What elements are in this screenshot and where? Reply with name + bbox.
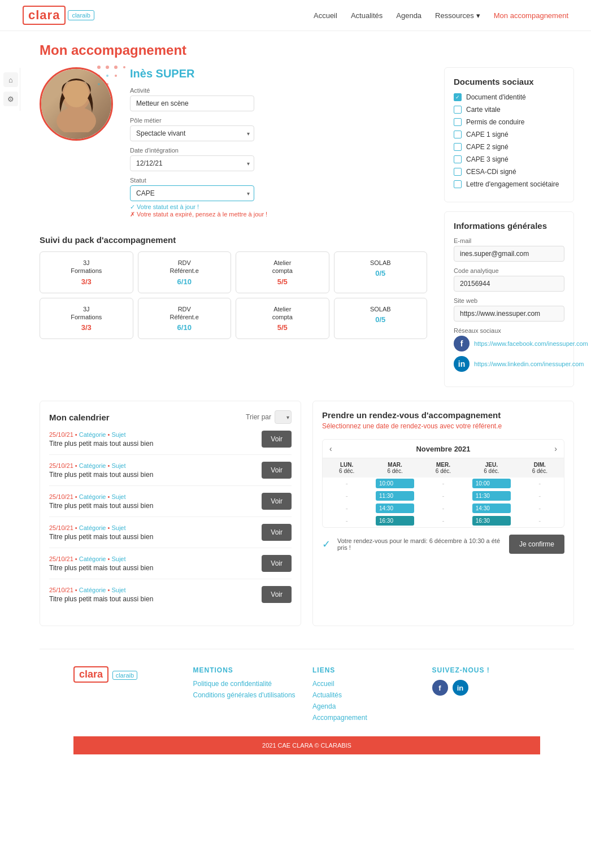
event-info: 25/10/21 • Catégorie • Sujet Titre plus … [49, 493, 153, 510]
doc-label: Document d'identité [466, 93, 526, 101]
voir-button[interactable]: Voir [262, 462, 292, 479]
trier-par: Trier par ▾ [246, 410, 292, 424]
event-cat: Catégorie [79, 462, 106, 469]
pole-select[interactable]: Spectacle vivant [130, 125, 254, 141]
facebook-icon: f [454, 336, 470, 351]
statut-select[interactable]: CAPE [130, 185, 254, 201]
slot-jeu-1[interactable]: 10:00 [467, 478, 515, 490]
statut-group: Statut CAPE ▾ ✓ Votre statut est à jour … [130, 177, 267, 218]
slot-lun-4: - [323, 515, 371, 527]
event-date: 25/10/21 • Catégorie • Sujet [49, 587, 153, 593]
nav-ressources[interactable]: Ressources ▾ [435, 11, 480, 20]
left-sidebar: ⌂ ⚙ [0, 68, 20, 111]
footer-mention-2[interactable]: Conditions générales d'utilisations [193, 691, 302, 699]
pack-card-label: SOLAB [339, 259, 423, 267]
voir-button[interactable]: Voir [262, 524, 292, 541]
doc-checkbox[interactable] [454, 143, 462, 151]
filter-icon[interactable]: ⚙ [3, 92, 18, 106]
prev-month-arrow[interactable]: ‹ [329, 444, 332, 453]
trier-select[interactable] [275, 410, 292, 424]
footer-mention-1[interactable]: Politique de confidentialité [193, 680, 302, 688]
slot-jeu-2[interactable]: 11:30 [467, 490, 515, 502]
voir-button[interactable]: Voir [262, 493, 292, 510]
home-icon[interactable]: ⌂ [3, 72, 18, 87]
suivi-title: Suivi du pack d'accompagnement [40, 235, 427, 245]
slot-mar-3[interactable]: 14:30 [371, 502, 419, 515]
event-sujet: Sujet [111, 587, 125, 593]
footer-lien-3[interactable]: Agenda [312, 702, 421, 710]
voir-button[interactable]: Voir [262, 586, 292, 603]
suivi-section: Suivi du pack d'accompagnement 3JFormati… [40, 235, 427, 339]
document-item: Carte vitale [454, 106, 564, 114]
nav-ressources-link[interactable]: Ressources [435, 11, 474, 20]
voir-button[interactable]: Voir [262, 555, 292, 572]
slots-row-3: - 14:30 - 14:30 - [323, 502, 564, 515]
footer: clara claraib MENTIONS Politique de conf… [40, 649, 574, 771]
doc-checkbox[interactable] [454, 168, 462, 176]
slot-jeu-3[interactable]: 14:30 [467, 502, 515, 515]
nav-accompagnement[interactable]: Mon accompagnement [494, 11, 568, 20]
doc-checkbox[interactable] [454, 180, 462, 188]
footer-logo-sub: claraib [112, 671, 137, 680]
footer-facebook-icon[interactable]: f [432, 680, 448, 696]
reseaux-field: Réseaux sociaux f https://www.facebook.c… [454, 327, 564, 372]
confirm-button[interactable]: Je confirme [509, 535, 564, 554]
date-group: Date d'intégration 12/12/21 ▾ [130, 147, 267, 171]
pack-card-label: 3JFormations [45, 259, 128, 275]
calendar-event: 25/10/21 • Catégorie • Sujet Titre plus … [49, 586, 292, 610]
svg-point-1 [57, 107, 96, 132]
svg-point-8 [106, 75, 108, 77]
status-ok-text: ✓ Votre statut est à jour ! [130, 203, 267, 211]
day-dim: DIM.6 déc. [516, 458, 564, 478]
doc-checkbox[interactable] [454, 106, 462, 114]
nav-actualites[interactable]: Actualités [351, 11, 383, 20]
document-item: ✓ Document d'identité [454, 93, 564, 101]
footer-lien-1[interactable]: Accueil [312, 680, 421, 688]
calendar-event: 25/10/21 • Catégorie • Sujet Titre plus … [49, 524, 292, 548]
footer-lien-2[interactable]: Actualités [312, 691, 421, 699]
calendar-events: 25/10/21 • Catégorie • Sujet Titre plus … [49, 431, 292, 610]
status-expired-text: ✗ Votre statut a expiré, pensez à le met… [130, 211, 267, 218]
doc-checkbox[interactable] [454, 131, 462, 138]
doc-checkbox[interactable] [454, 118, 462, 126]
doc-checkbox[interactable] [454, 155, 462, 163]
slot-mar-2[interactable]: 11:30 [371, 490, 419, 502]
slot-mar-1[interactable]: 10:00 [371, 478, 419, 490]
date-select[interactable]: 12/12/21 [130, 155, 254, 171]
slot-jeu-4[interactable]: 16:30 [467, 515, 515, 527]
doc-label: CAPE 1 signé [466, 131, 509, 138]
activite-input[interactable] [130, 96, 254, 111]
mini-calendar: ‹ Novembre 2021 › LUN.6 déc. MAR.6 déc. … [322, 439, 564, 528]
event-date: 25/10/21 • Catégorie • Sujet [49, 524, 153, 531]
doc-label: Lettre d'engagement sociétaire [466, 180, 559, 188]
avatar-wrapper [40, 67, 119, 141]
footer-bottom: 2021 CAE CLARA © CLARABIS [73, 736, 540, 754]
nav-agenda[interactable]: Agenda [396, 11, 421, 20]
next-month-arrow[interactable]: › [554, 444, 557, 453]
nav-links: Accueil Actualités Agenda Ressources ▾ M… [314, 11, 568, 20]
event-info: 25/10/21 • Catégorie • Sujet Titre plus … [49, 462, 153, 479]
footer-lien-4[interactable]: Accompagnement [312, 714, 421, 722]
nav-accueil[interactable]: Accueil [314, 11, 337, 20]
slot-mar-4[interactable]: 16:30 [371, 515, 419, 527]
svg-point-3 [97, 66, 101, 69]
trier-label: Trier par [246, 413, 271, 421]
event-info: 25/10/21 • Catégorie • Sujet Titre plus … [49, 555, 153, 572]
doc-label: Permis de conduire [466, 118, 524, 126]
doc-label: CAPE 2 signé [466, 143, 509, 151]
slot-dim-2: - [516, 490, 564, 502]
document-item: CAPE 2 signé [454, 143, 564, 151]
footer-liens-title: LIENS [312, 666, 421, 674]
slot-lun-2: - [323, 490, 371, 502]
footer-linkedin-icon[interactable]: in [453, 680, 468, 696]
pack-card-label: Ateliercompta [241, 305, 324, 322]
footer-mentions-title: MENTIONS [193, 666, 302, 674]
rdv-panel: Prendre un rendez-vous d'accompagnement … [312, 401, 574, 626]
facebook-link[interactable]: https://www.facebook.com/inessuper.com [474, 340, 588, 347]
linkedin-link[interactable]: https://www.linkedin.com/inessuper.com [474, 361, 584, 367]
site-value: https://www.inessuper.com [454, 306, 564, 322]
event-title: Titre plus petit mais tout aussi bien [49, 502, 153, 510]
doc-checkbox[interactable]: ✓ [454, 93, 462, 101]
voir-button[interactable]: Voir [262, 431, 292, 448]
activite-label: Activité [130, 87, 267, 94]
